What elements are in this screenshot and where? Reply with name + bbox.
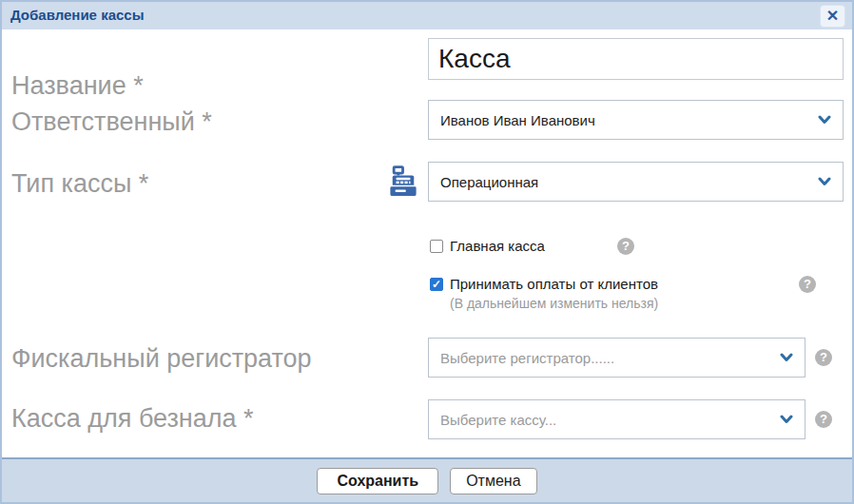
cancel-button[interactable]: Отмена xyxy=(450,468,536,494)
name-input[interactable] xyxy=(428,38,844,80)
accept-payments-checkbox-row[interactable]: ✓ Принимать оплаты от клиентов xyxy=(430,276,658,292)
dialog-title: Добавление кассы xyxy=(10,7,144,23)
cashless-label: Касса для безнала * xyxy=(11,404,254,434)
main-cash-checkbox-row[interactable]: Главная касса xyxy=(430,238,545,254)
cashless-select[interactable]: Выберите кассу... xyxy=(428,399,805,439)
main-cash-checkbox[interactable] xyxy=(430,240,443,253)
help-icon[interactable]: ? xyxy=(815,411,832,428)
chevron-down-icon xyxy=(818,115,831,125)
help-icon[interactable]: ? xyxy=(799,276,816,293)
close-icon[interactable]: ✕ xyxy=(820,5,845,28)
chevron-down-icon xyxy=(818,177,831,186)
chevron-down-icon xyxy=(780,353,793,362)
chevron-down-icon xyxy=(780,415,793,424)
main-cash-checkbox-label: Главная касса xyxy=(450,238,545,254)
cash-register-icon xyxy=(389,165,417,198)
type-label: Тип кассы * xyxy=(11,169,148,199)
fiscal-label: Фискальный регистратор xyxy=(11,344,312,374)
add-cash-register-dialog: Добавление кассы ✕ Название * Ответствен… xyxy=(0,0,854,504)
save-button[interactable]: Сохранить xyxy=(317,468,438,494)
help-icon[interactable]: ? xyxy=(815,349,832,366)
responsible-label: Ответственный * xyxy=(11,107,212,137)
help-icon[interactable]: ? xyxy=(617,238,634,255)
name-label: Название * xyxy=(11,71,144,101)
dialog-titlebar: Добавление кассы ✕ xyxy=(2,2,852,29)
dialog-content: Название * Ответственный * Иванов Иван И… xyxy=(2,29,852,457)
type-select[interactable]: Операционная xyxy=(428,162,844,202)
accept-payments-checkbox[interactable]: ✓ xyxy=(430,278,443,291)
accept-payments-checkbox-label: Принимать оплаты от клиентов xyxy=(450,276,658,292)
fiscal-select[interactable]: Выберите регистратор...... xyxy=(428,338,805,378)
responsible-select-value: Иванов Иван Иванович xyxy=(440,112,595,128)
responsible-select[interactable]: Иванов Иван Иванович xyxy=(428,100,844,140)
cashless-select-placeholder: Выберите кассу... xyxy=(440,412,556,428)
type-select-value: Операционная xyxy=(440,174,538,190)
fiscal-select-placeholder: Выберите регистратор...... xyxy=(440,350,614,366)
dialog-footer: Сохранить Отмена xyxy=(2,457,852,502)
accept-payments-note: (В дальнейшем изменить нельзя) xyxy=(450,296,658,311)
